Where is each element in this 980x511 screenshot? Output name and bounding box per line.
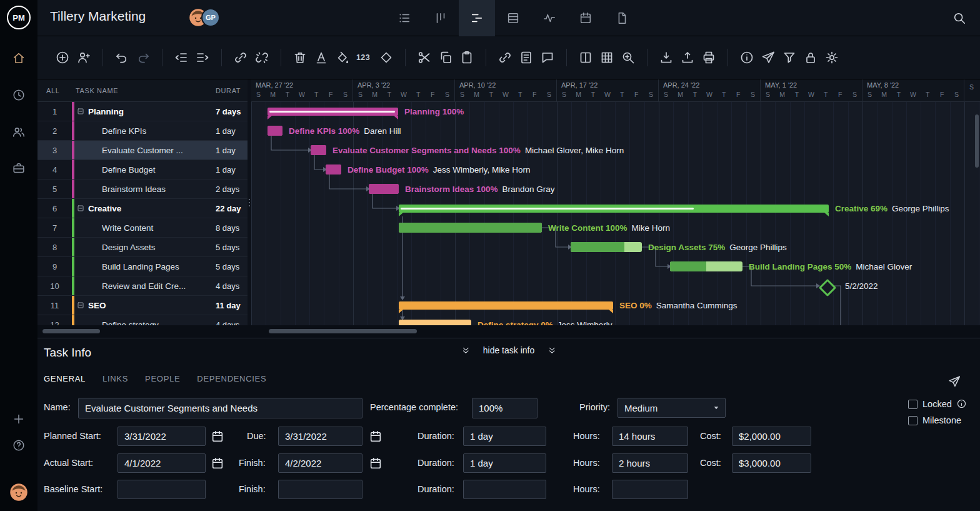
- actual-start-field[interactable]: [118, 453, 206, 473]
- locked-checkbox[interactable]: [908, 400, 918, 409]
- gantt-bar-design-assets[interactable]: [571, 242, 642, 252]
- avatar-initials[interactable]: GP: [201, 8, 220, 27]
- calendar-icon[interactable]: [369, 430, 382, 443]
- toolbar-lock-button[interactable]: [803, 50, 818, 65]
- table-row[interactable]: 2Define KPIs1 day: [38, 121, 248, 141]
- view-tab-gantt[interactable]: [459, 0, 495, 36]
- toolbar-font-button[interactable]: [314, 50, 329, 65]
- baseline-finish-field[interactable]: [278, 480, 362, 499]
- column-header-duration[interactable]: DURAT: [216, 87, 248, 94]
- help-icon[interactable]: [12, 438, 26, 452]
- gantt-bar-brainstorm[interactable]: [369, 184, 399, 194]
- gantt-bar-build-landing[interactable]: [670, 261, 742, 271]
- toolbar-redo-button[interactable]: [136, 50, 151, 65]
- gantt-bar-creative[interactable]: [399, 205, 829, 213]
- view-tab-list[interactable]: [386, 0, 422, 36]
- name-field[interactable]: [78, 398, 362, 418]
- tab-links[interactable]: LINKS: [102, 374, 128, 383]
- planned-cost-field[interactable]: [732, 427, 811, 446]
- member-avatars[interactable]: GP: [189, 8, 224, 27]
- gantt-bar-evaluate[interactable]: [311, 145, 326, 155]
- table-row[interactable]: 8Design Assets5 days: [38, 238, 248, 257]
- gantt-bar-define-budget[interactable]: [326, 164, 341, 175]
- toolbar-export-button[interactable]: [680, 50, 695, 65]
- column-header-name[interactable]: TASK NAME: [72, 87, 216, 94]
- gantt-horizontal-scrollbar[interactable]: [269, 329, 417, 333]
- table-row[interactable]: 6Creative22 day: [38, 199, 248, 218]
- hide-task-info-button[interactable]: hide task info: [461, 345, 557, 355]
- actual-duration-field[interactable]: [463, 453, 546, 473]
- gantt-bar-write-content[interactable]: [399, 223, 542, 233]
- milestone-checkbox[interactable]: [908, 416, 918, 425]
- toolbar-link-button[interactable]: [233, 50, 248, 65]
- table-row[interactable]: 3Evaluate Customer ...1 day: [38, 141, 248, 160]
- priority-select[interactable]: Medium: [618, 398, 726, 418]
- search-icon[interactable]: [952, 11, 966, 25]
- toolbar-columns-button[interactable]: [578, 50, 593, 65]
- clock-icon[interactable]: [12, 88, 26, 102]
- gantt-bar-define-kpis[interactable]: [268, 126, 282, 136]
- table-row[interactable]: 9Build Landing Pages5 days: [38, 257, 248, 276]
- toolbar-add-user-button[interactable]: [76, 50, 91, 65]
- table-row[interactable]: 12Define strategy4 days: [38, 315, 248, 325]
- gantt-bar-define-strategy[interactable]: [399, 320, 471, 325]
- toolbar-info-button[interactable]: [739, 50, 754, 65]
- toolbar-comment-button[interactable]: [540, 50, 555, 65]
- toolbar-attach-button[interactable]: [498, 50, 512, 65]
- toolbar-cut-button[interactable]: [417, 50, 432, 65]
- toolbar-notes-button[interactable]: [519, 50, 534, 65]
- table-row[interactable]: 4Define Budget1 day: [38, 160, 248, 180]
- toolbar-zoom-in-button[interactable]: [621, 50, 636, 65]
- user-avatar[interactable]: [9, 483, 28, 502]
- finish-field[interactable]: [278, 453, 362, 473]
- view-tab-activity[interactable]: [531, 0, 568, 36]
- toolbar-filter-button[interactable]: [782, 50, 797, 65]
- collapse-icon[interactable]: [77, 205, 84, 212]
- home-icon[interactable]: [12, 51, 26, 65]
- calendar-icon[interactable]: [369, 457, 382, 470]
- planned-duration-field[interactable]: [463, 427, 546, 446]
- briefcase-icon[interactable]: [12, 161, 26, 175]
- table-row[interactable]: 10Review and Edit Cre...4 days: [38, 276, 248, 296]
- column-header-all[interactable]: ALL: [38, 87, 72, 94]
- toolbar-numbers-button[interactable]: 123: [356, 53, 372, 62]
- tab-people[interactable]: PEOPLE: [145, 374, 180, 383]
- table-row[interactable]: 7Write Content8 days: [38, 218, 248, 238]
- toolbar-milestone-button[interactable]: [379, 50, 394, 65]
- toolbar-add-task-button[interactable]: [55, 50, 70, 65]
- view-tab-calendar[interactable]: [568, 0, 604, 36]
- baseline-start-field[interactable]: [118, 480, 206, 499]
- table-horizontal-scrollbar[interactable]: [42, 329, 100, 333]
- table-row[interactable]: 5Brainstorm Ideas2 days: [38, 180, 248, 199]
- gantt-vertical-scrollbar[interactable]: [975, 114, 979, 168]
- table-row[interactable]: 1Planning7 days: [38, 102, 248, 121]
- planned-hours-field[interactable]: [612, 427, 688, 446]
- add-icon[interactable]: [12, 412, 26, 426]
- percent-field[interactable]: [472, 398, 538, 418]
- collapse-icon[interactable]: [77, 301, 84, 309]
- locked-info-icon[interactable]: [956, 398, 967, 409]
- toolbar-import-button[interactable]: [659, 50, 674, 65]
- view-tab-kanban[interactable]: [422, 0, 459, 36]
- toolbar-outdent-button[interactable]: [174, 50, 189, 65]
- planned-start-field[interactable]: [118, 427, 206, 446]
- toolbar-indent-button[interactable]: [195, 50, 210, 65]
- gantt-bar-planning[interactable]: [268, 108, 398, 116]
- toolbar-unlink-button[interactable]: [254, 50, 269, 65]
- toolbar-print-button[interactable]: [701, 50, 716, 65]
- toolbar-undo-button[interactable]: [114, 50, 129, 65]
- send-icon[interactable]: [948, 375, 961, 388]
- toolbar-fill-button[interactable]: [335, 50, 350, 65]
- toolbar-gear-button[interactable]: [824, 50, 839, 65]
- view-tab-report[interactable]: [604, 0, 640, 36]
- view-tab-sheet[interactable]: [495, 0, 531, 36]
- baseline-duration-field[interactable]: [463, 480, 546, 499]
- toolbar-send-button[interactable]: [761, 50, 776, 65]
- toolbar-trash-button[interactable]: [292, 50, 308, 65]
- collapse-icon[interactable]: [77, 108, 84, 115]
- due-field[interactable]: [278, 427, 362, 446]
- calendar-icon[interactable]: [211, 457, 224, 470]
- tab-general[interactable]: GENERAL: [44, 374, 86, 383]
- actual-cost-field[interactable]: [732, 453, 811, 473]
- toolbar-paste-button[interactable]: [459, 50, 474, 65]
